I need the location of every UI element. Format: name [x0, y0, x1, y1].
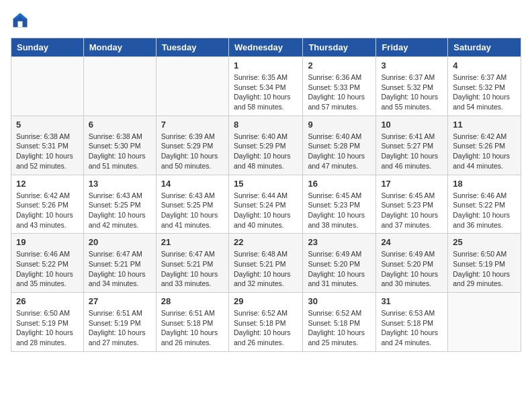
calendar-cell: 12Sunrise: 6:42 AM Sunset: 5:26 PM Dayli…: [11, 175, 84, 234]
day-number: 13: [89, 179, 151, 189]
calendar-cell: 5Sunrise: 6:38 AM Sunset: 5:31 PM Daylig…: [11, 116, 84, 175]
logo: [11, 11, 32, 30]
day-info: Sunrise: 6:43 AM Sunset: 5:25 PM Dayligh…: [161, 191, 224, 230]
calendar-cell: 8Sunrise: 6:40 AM Sunset: 5:29 PM Daylig…: [228, 116, 302, 175]
calendar-cell: 10Sunrise: 6:41 AM Sunset: 5:27 PM Dayli…: [376, 116, 448, 175]
page-header: [11, 11, 521, 30]
calendar-cell: 15Sunrise: 6:44 AM Sunset: 5:24 PM Dayli…: [228, 175, 302, 234]
day-info: Sunrise: 6:37 AM Sunset: 5:32 PM Dayligh…: [453, 73, 516, 112]
day-info: Sunrise: 6:49 AM Sunset: 5:20 PM Dayligh…: [308, 249, 371, 289]
day-number: 19: [16, 237, 79, 247]
day-info: Sunrise: 6:42 AM Sunset: 5:26 PM Dayligh…: [16, 191, 79, 230]
day-number: 3: [381, 60, 443, 71]
weekday-header-row: SundayMondayTuesdayWednesdayThursdayFrid…: [11, 38, 521, 57]
day-info: Sunrise: 6:51 AM Sunset: 5:18 PM Dayligh…: [161, 308, 224, 348]
weekday-header-tuesday: Tuesday: [156, 38, 228, 57]
day-info: Sunrise: 6:51 AM Sunset: 5:19 PM Dayligh…: [89, 308, 151, 348]
day-number: 25: [453, 237, 516, 247]
day-info: Sunrise: 6:46 AM Sunset: 5:22 PM Dayligh…: [16, 249, 79, 289]
calendar-cell: [11, 57, 84, 116]
calendar-cell: 4Sunrise: 6:37 AM Sunset: 5:32 PM Daylig…: [448, 57, 521, 116]
day-info: Sunrise: 6:52 AM Sunset: 5:18 PM Dayligh…: [308, 308, 371, 348]
calendar-cell: 23Sunrise: 6:49 AM Sunset: 5:20 PM Dayli…: [303, 234, 376, 293]
day-info: Sunrise: 6:36 AM Sunset: 5:33 PM Dayligh…: [308, 73, 371, 112]
day-info: Sunrise: 6:39 AM Sunset: 5:29 PM Dayligh…: [161, 132, 224, 171]
day-number: 29: [234, 296, 298, 306]
calendar-cell: 29Sunrise: 6:52 AM Sunset: 5:18 PM Dayli…: [228, 293, 302, 352]
day-number: 6: [89, 120, 151, 130]
weekday-header-monday: Monday: [83, 38, 156, 57]
calendar-cell: 21Sunrise: 6:47 AM Sunset: 5:21 PM Dayli…: [156, 234, 228, 293]
calendar-table: SundayMondayTuesdayWednesdayThursdayFrid…: [11, 38, 521, 352]
day-number: 18: [453, 179, 516, 189]
calendar-cell: 13Sunrise: 6:43 AM Sunset: 5:25 PM Dayli…: [83, 175, 156, 234]
day-info: Sunrise: 6:47 AM Sunset: 5:21 PM Dayligh…: [161, 249, 224, 289]
day-number: 23: [308, 237, 371, 247]
day-number: 12: [16, 179, 79, 189]
calendar-cell: 19Sunrise: 6:46 AM Sunset: 5:22 PM Dayli…: [11, 234, 84, 293]
day-number: 15: [234, 179, 298, 189]
calendar-cell: 1Sunrise: 6:35 AM Sunset: 5:34 PM Daylig…: [228, 57, 302, 116]
calendar-cell: 2Sunrise: 6:36 AM Sunset: 5:33 PM Daylig…: [303, 57, 376, 116]
day-number: 1: [234, 60, 298, 71]
day-info: Sunrise: 6:40 AM Sunset: 5:28 PM Dayligh…: [308, 132, 371, 171]
day-info: Sunrise: 6:47 AM Sunset: 5:21 PM Dayligh…: [89, 249, 151, 289]
calendar-cell: 28Sunrise: 6:51 AM Sunset: 5:18 PM Dayli…: [156, 293, 228, 352]
day-info: Sunrise: 6:38 AM Sunset: 5:31 PM Dayligh…: [16, 132, 79, 171]
calendar-cell: 14Sunrise: 6:43 AM Sunset: 5:25 PM Dayli…: [156, 175, 228, 234]
calendar-week-row: 12Sunrise: 6:42 AM Sunset: 5:26 PM Dayli…: [11, 175, 521, 234]
calendar-cell: 3Sunrise: 6:37 AM Sunset: 5:32 PM Daylig…: [376, 57, 448, 116]
weekday-header-wednesday: Wednesday: [228, 38, 302, 57]
day-info: Sunrise: 6:52 AM Sunset: 5:18 PM Dayligh…: [234, 308, 298, 348]
calendar-week-row: 19Sunrise: 6:46 AM Sunset: 5:22 PM Dayli…: [11, 234, 521, 293]
logo-icon: [11, 11, 30, 30]
day-number: 4: [453, 60, 516, 71]
calendar-week-row: 26Sunrise: 6:50 AM Sunset: 5:19 PM Dayli…: [11, 293, 521, 352]
day-number: 2: [308, 60, 371, 71]
day-number: 27: [89, 296, 151, 306]
calendar-cell: 16Sunrise: 6:45 AM Sunset: 5:23 PM Dayli…: [303, 175, 376, 234]
day-number: 16: [308, 179, 371, 189]
weekday-header-saturday: Saturday: [448, 38, 521, 57]
day-info: Sunrise: 6:53 AM Sunset: 5:18 PM Dayligh…: [381, 308, 443, 348]
day-info: Sunrise: 6:40 AM Sunset: 5:29 PM Dayligh…: [234, 132, 298, 171]
calendar-cell: 9Sunrise: 6:40 AM Sunset: 5:28 PM Daylig…: [303, 116, 376, 175]
day-info: Sunrise: 6:50 AM Sunset: 5:19 PM Dayligh…: [16, 308, 79, 348]
calendar-header: SundayMondayTuesdayWednesdayThursdayFrid…: [11, 38, 521, 57]
calendar-cell: 11Sunrise: 6:42 AM Sunset: 5:26 PM Dayli…: [448, 116, 521, 175]
day-number: 31: [381, 296, 443, 306]
calendar-cell: [448, 293, 521, 352]
calendar-cell: [156, 57, 228, 116]
weekday-header-sunday: Sunday: [11, 38, 84, 57]
calendar-cell: 27Sunrise: 6:51 AM Sunset: 5:19 PM Dayli…: [83, 293, 156, 352]
calendar-cell: 30Sunrise: 6:52 AM Sunset: 5:18 PM Dayli…: [303, 293, 376, 352]
calendar-cell: 6Sunrise: 6:38 AM Sunset: 5:30 PM Daylig…: [83, 116, 156, 175]
day-number: 9: [308, 120, 371, 130]
day-info: Sunrise: 6:46 AM Sunset: 5:22 PM Dayligh…: [453, 191, 516, 230]
calendar-cell: 22Sunrise: 6:48 AM Sunset: 5:21 PM Dayli…: [228, 234, 302, 293]
day-info: Sunrise: 6:50 AM Sunset: 5:19 PM Dayligh…: [453, 249, 516, 289]
svg-rect-2: [18, 21, 23, 28]
day-number: 14: [161, 179, 224, 189]
weekday-header-thursday: Thursday: [303, 38, 376, 57]
calendar-cell: 7Sunrise: 6:39 AM Sunset: 5:29 PM Daylig…: [156, 116, 228, 175]
day-info: Sunrise: 6:49 AM Sunset: 5:20 PM Dayligh…: [381, 249, 443, 289]
calendar-body: 1Sunrise: 6:35 AM Sunset: 5:34 PM Daylig…: [11, 57, 521, 352]
day-number: 24: [381, 237, 443, 247]
day-number: 7: [161, 120, 224, 130]
day-info: Sunrise: 6:42 AM Sunset: 5:26 PM Dayligh…: [453, 132, 516, 171]
calendar-cell: 17Sunrise: 6:45 AM Sunset: 5:23 PM Dayli…: [376, 175, 448, 234]
calendar-cell: 26Sunrise: 6:50 AM Sunset: 5:19 PM Dayli…: [11, 293, 84, 352]
day-number: 21: [161, 237, 224, 247]
day-number: 26: [16, 296, 79, 306]
day-number: 20: [89, 237, 151, 247]
day-number: 11: [453, 120, 516, 130]
calendar-cell: 24Sunrise: 6:49 AM Sunset: 5:20 PM Dayli…: [376, 234, 448, 293]
day-number: 17: [381, 179, 443, 189]
calendar-cell: 20Sunrise: 6:47 AM Sunset: 5:21 PM Dayli…: [83, 234, 156, 293]
day-number: 28: [161, 296, 224, 306]
weekday-header-friday: Friday: [376, 38, 448, 57]
calendar-cell: [83, 57, 156, 116]
calendar-cell: 31Sunrise: 6:53 AM Sunset: 5:18 PM Dayli…: [376, 293, 448, 352]
day-number: 10: [381, 120, 443, 130]
